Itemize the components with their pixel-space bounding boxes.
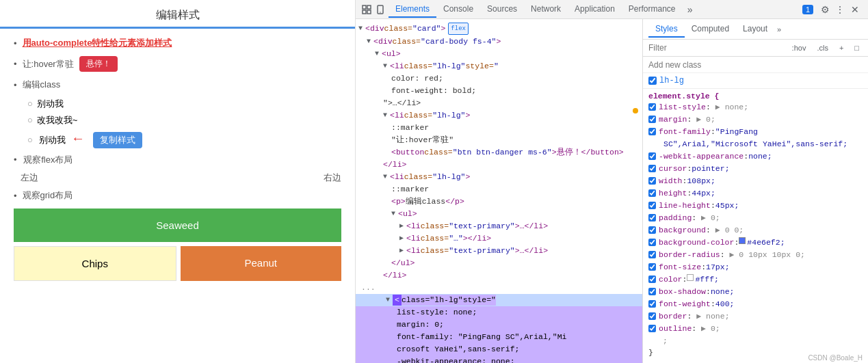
dom-line[interactable]: <ul> — [356, 48, 642, 60]
dom-triangle[interactable] — [383, 172, 390, 183]
dom-triangle[interactable] — [383, 110, 390, 121]
tab-application[interactable]: Application — [568, 1, 622, 18]
color-swatch-bgcol — [739, 237, 746, 244]
devtools-body: <div class="card"> flex <div class="card… — [356, 19, 868, 363]
prop-checkbox[interactable] — [648, 226, 656, 234]
style-prop-bg-color: background-color : #4e6ef2; — [648, 237, 863, 248]
tab-sources[interactable]: Sources — [480, 1, 524, 18]
style-prop-border: border : ▶ none; — [648, 311, 863, 322]
hov-btn[interactable]: :hov — [789, 42, 810, 53]
dom-line[interactable]: <li class="…"></li> — [356, 232, 642, 245]
prop-checkbox[interactable] — [648, 116, 656, 123]
prop-checkbox[interactable] — [648, 300, 656, 308]
svg-rect-3 — [367, 10, 371, 14]
devtools-topbar: Elements Console Sources Network Applica… — [356, 0, 868, 19]
hover-button[interactable]: 悬停！ — [79, 56, 118, 72]
style-prop-font-family-cont: SC",Arial,"Microsoft YaHei",sans-serif; — [648, 139, 863, 150]
style-prop-padding: padding : ▶ 0; — [648, 213, 863, 224]
tab-computed[interactable]: Computed — [685, 21, 736, 38]
flex-left-right: 左边 右边 — [21, 172, 341, 184]
box-btn[interactable]: □ — [851, 42, 863, 53]
style-prop-font-size: font-size : 17px; — [648, 262, 863, 273]
prop-checkbox[interactable] — [648, 202, 656, 209]
dom-triangle[interactable] — [383, 61, 390, 72]
lh-lg-class-label: lh-lg — [659, 76, 684, 85]
dom-triangle[interactable] — [386, 295, 393, 306]
tab-performance[interactable]: Performance — [622, 1, 683, 18]
prop-checkbox[interactable] — [648, 239, 656, 246]
dom-line[interactable]: <li class="lh-lg" style=" — [356, 60, 642, 72]
dom-line[interactable]: <div class="card"> flex — [356, 22, 642, 36]
tab-elements[interactable]: Elements — [389, 1, 436, 18]
grid-row-2: Chips Peanut — [14, 246, 341, 281]
devtools-panel: Elements Console Sources Network Applica… — [356, 0, 868, 363]
cls-btn[interactable]: .cls — [813, 42, 832, 53]
flex-badge: flex — [448, 23, 469, 35]
style-prop-box-shadow: box-shadow : none; — [648, 286, 863, 297]
device-icon[interactable] — [375, 4, 386, 15]
prop-checkbox[interactable] — [648, 251, 656, 258]
csdn-watermark: CSDN @Boale_H — [808, 354, 863, 362]
style-prop-empty: ; — [648, 336, 863, 347]
copy-style-button[interactable]: 复制样式 — [93, 132, 142, 148]
settings-icon[interactable]: ⚙ — [818, 3, 832, 16]
dom-triangle[interactable] — [375, 49, 382, 59]
dom-triangle[interactable] — [399, 245, 406, 256]
tab-layout[interactable]: Layout — [736, 21, 774, 38]
dom-line[interactable]: <li class="text-primary">…</li> — [356, 245, 642, 257]
prop-checkbox[interactable] — [648, 214, 656, 221]
dom-line[interactable]: <ul> — [356, 208, 642, 220]
lh-lg-checkbox[interactable] — [648, 77, 657, 85]
prop-checkbox[interactable] — [648, 165, 656, 172]
item-flex-layout: • 观察flex布局 — [14, 154, 341, 166]
prop-checkbox[interactable] — [648, 128, 656, 135]
dom-line-highlighted[interactable]: < class="lh-lg" style=" — [356, 294, 642, 306]
dom-line[interactable]: <li class="text-primary">…</li> — [356, 220, 642, 232]
auto-complete-link[interactable]: 用auto-complete特性给元素添加样式 — [23, 37, 172, 49]
more-style-tabs-icon[interactable]: » — [777, 25, 781, 33]
prop-checkbox[interactable] — [648, 189, 656, 197]
new-class-input[interactable] — [648, 60, 863, 70]
panel-title: 编辑样式 — [0, 0, 355, 29]
dom-triangle[interactable] — [399, 233, 406, 244]
more-tabs-icon[interactable]: » — [683, 3, 697, 16]
tab-network[interactable]: Network — [524, 1, 568, 18]
style-selector: element.style { — [648, 92, 863, 100]
inspect-icon[interactable] — [361, 4, 372, 15]
dom-line: </ul> — [356, 257, 642, 269]
style-prop-webkit-appearance: -webkit-appearance : none; — [648, 151, 863, 162]
styles-filter-input[interactable] — [648, 43, 785, 53]
red-arrow-left: ← — [71, 131, 85, 146]
dom-triangle[interactable] — [399, 221, 406, 232]
dom-line: ::marker — [356, 122, 642, 134]
prop-checkbox[interactable] — [648, 103, 656, 111]
prop-checkbox[interactable] — [648, 177, 656, 185]
more-options-icon[interactable]: ⋮ — [833, 3, 847, 16]
dom-triangle[interactable] — [391, 209, 398, 219]
dom-triangle[interactable] — [367, 36, 373, 47]
prop-checkbox[interactable] — [648, 152, 656, 160]
styles-panel: Styles Computed Layout » :hov .cls + □ l… — [643, 19, 868, 363]
dom-triangle[interactable] — [358, 23, 365, 34]
yellow-dot — [633, 108, 638, 113]
style-prop-font-weight: font-weight : 400; — [648, 299, 863, 310]
element-style-block: element.style { list-style : ▶ none; mar… — [648, 92, 863, 357]
add-style-btn[interactable]: + — [836, 42, 847, 53]
close-devtools-icon[interactable]: ✕ — [848, 3, 862, 16]
dom-line: </li> — [356, 269, 642, 282]
prop-checkbox[interactable] — [648, 288, 656, 295]
flex-layout-label: • 观察flex布局 — [14, 154, 73, 166]
dom-line[interactable]: <div class="card-body fs-4"> — [356, 36, 642, 48]
left-panel: 编辑样式 用auto-complete特性给元素添加样式 让:hover常驻 悬… — [0, 0, 356, 363]
prop-checkbox[interactable] — [648, 263, 656, 271]
prop-checkbox[interactable] — [648, 312, 656, 320]
flex-left-label: 左边 — [21, 172, 38, 184]
prop-checkbox[interactable] — [648, 325, 656, 332]
dom-line[interactable]: <li class="lh-lg"> — [356, 171, 642, 183]
prop-checkbox[interactable] — [648, 275, 656, 283]
tab-styles[interactable]: Styles — [648, 21, 685, 38]
svg-rect-1 — [367, 5, 371, 9]
dom-line[interactable]: <li class="lh-lg"> — [356, 109, 642, 122]
dom-line-hl-2: margin: 0; — [356, 319, 642, 331]
tab-console[interactable]: Console — [436, 1, 480, 18]
